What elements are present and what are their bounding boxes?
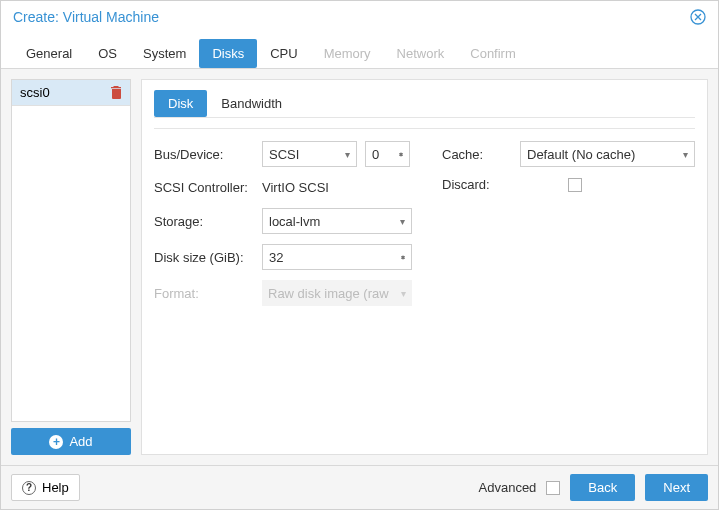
tab-os[interactable]: OS xyxy=(85,39,130,68)
close-icon[interactable] xyxy=(690,9,706,25)
cache-label: Cache: xyxy=(442,147,512,162)
format-select: Raw disk image (raw ▾ xyxy=(262,280,412,306)
size-label: Disk size (GiB): xyxy=(154,250,254,265)
tab-network: Network xyxy=(384,39,458,68)
storage-select[interactable]: local-lvm ▾ xyxy=(262,208,412,234)
storage-label: Storage: xyxy=(154,214,254,229)
format-label: Format: xyxy=(154,286,254,301)
chevron-down-icon: ▾ xyxy=(683,149,688,160)
discard-label: Discard: xyxy=(442,177,512,192)
chevron-down-icon: ▾ xyxy=(400,216,405,227)
advanced-checkbox[interactable] xyxy=(546,481,560,495)
add-disk-button[interactable]: + Add xyxy=(11,428,131,455)
disk-list: scsi0 xyxy=(11,79,131,422)
controller-value: VirtIO SCSI xyxy=(262,177,329,198)
bus-index-input[interactable]: 0 ▴▾ xyxy=(365,141,410,167)
controller-label: SCSI Controller: xyxy=(154,180,254,195)
next-button[interactable]: Next xyxy=(645,474,708,501)
bus-index-value: 0 xyxy=(372,147,379,162)
subtabs: Disk Bandwidth xyxy=(154,90,695,118)
size-value: 32 xyxy=(269,250,283,265)
chevron-down-icon: ▾ xyxy=(345,149,350,160)
chevron-down-icon: ▾ xyxy=(401,288,406,299)
help-button[interactable]: ? Help xyxy=(11,474,80,501)
help-icon: ? xyxy=(22,481,36,495)
advanced-label: Advanced xyxy=(479,480,537,495)
divider xyxy=(154,128,695,129)
spinner-icon: ▴▾ xyxy=(399,154,403,155)
dialog-title: Create: Virtual Machine xyxy=(13,9,159,25)
disk-list-item[interactable]: scsi0 xyxy=(12,80,130,106)
bus-label: Bus/Device: xyxy=(154,147,254,162)
add-button-label: Add xyxy=(69,434,92,449)
plus-icon: + xyxy=(49,435,63,449)
disk-sidepane: scsi0 + Add xyxy=(11,79,131,455)
tab-cpu[interactable]: CPU xyxy=(257,39,310,68)
subtab-bandwidth[interactable]: Bandwidth xyxy=(207,90,296,117)
cache-select[interactable]: Default (No cache) ▾ xyxy=(520,141,695,167)
disk-form: Bus/Device: SCSI ▾ 0 ▴▾ SCSI Controller:… xyxy=(154,141,695,306)
back-button[interactable]: Back xyxy=(570,474,635,501)
subtab-disk[interactable]: Disk xyxy=(154,90,207,117)
trash-icon[interactable] xyxy=(111,86,122,99)
help-label: Help xyxy=(42,480,69,495)
tab-disks[interactable]: Disks xyxy=(199,39,257,68)
cache-value: Default (No cache) xyxy=(527,147,635,162)
discard-checkbox[interactable] xyxy=(568,178,582,192)
tab-memory: Memory xyxy=(311,39,384,68)
main-pane: Disk Bandwidth Bus/Device: SCSI ▾ 0 ▴▾ xyxy=(141,79,708,455)
titlebar: Create: Virtual Machine xyxy=(1,1,718,33)
spinner-icon: ▴▾ xyxy=(401,257,405,258)
footer: ? Help Advanced Back Next xyxy=(1,465,718,509)
tab-confirm: Confirm xyxy=(457,39,529,68)
tab-general[interactable]: General xyxy=(13,39,85,68)
tab-system[interactable]: System xyxy=(130,39,199,68)
storage-value: local-lvm xyxy=(269,214,320,229)
disk-item-label: scsi0 xyxy=(20,85,50,100)
wizard-tabs: General OS System Disks CPU Memory Netwo… xyxy=(1,33,718,69)
size-input[interactable]: 32 ▴▾ xyxy=(262,244,412,270)
format-value: Raw disk image (raw xyxy=(268,286,389,301)
bus-select[interactable]: SCSI ▾ xyxy=(262,141,357,167)
bus-value: SCSI xyxy=(269,147,299,162)
